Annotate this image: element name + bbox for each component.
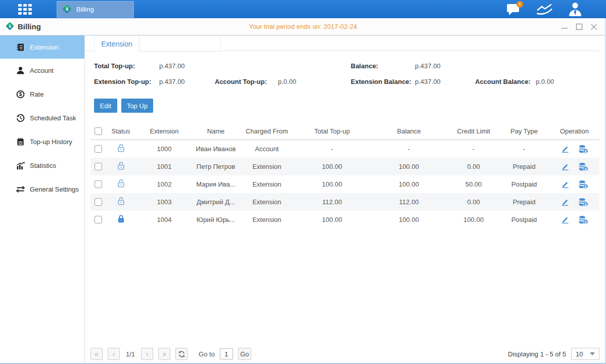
edit-icon[interactable]: [561, 180, 570, 189]
sidebar-item-general-settings[interactable]: General Settings: [0, 177, 84, 201]
locked-padlock-icon: [117, 214, 125, 225]
cell-charged-from: Extension: [239, 180, 295, 188]
status-cell: [106, 214, 136, 225]
total-topup-value: p.437.00: [159, 62, 185, 70]
last-page-button[interactable]: »: [158, 348, 170, 360]
chevron-down-icon: [590, 352, 595, 355]
close-icon[interactable]: [590, 23, 598, 31]
cell-balance: 112.00: [369, 198, 448, 206]
topup-icon[interactable]: $: [578, 198, 588, 207]
cell-name: Дмитрий Д...: [193, 198, 239, 206]
go-button[interactable]: Go: [238, 348, 251, 360]
sidebar-item-top-up-history[interactable]: Top-up History: [0, 130, 84, 154]
status-cell: [106, 197, 136, 207]
maximize-icon[interactable]: [575, 23, 583, 31]
tab-strip-spacer: [139, 36, 221, 52]
main-content: Extension Total Top-up: p.437.00 Balance…: [85, 35, 606, 363]
topup-icon[interactable]: $: [578, 145, 588, 154]
row-checkbox[interactable]: [95, 145, 102, 153]
balance-value: p.437.00: [415, 62, 441, 70]
sidebar-item-label: Scheduled Task: [30, 114, 76, 122]
checkbox-cell: [90, 145, 106, 153]
table-row: 1004Юрий Юрь...Extension100.00100.00100.…: [90, 211, 599, 229]
sidebar-item-statistics[interactable]: Statistics: [0, 154, 84, 177]
refresh-icon: [178, 350, 185, 358]
topup-icon[interactable]: $: [578, 180, 588, 189]
sidebar-item-rate[interactable]: $Rate: [0, 82, 84, 106]
topup-icon[interactable]: $: [578, 162, 588, 171]
notepad-icon: [16, 138, 25, 146]
edit-button[interactable]: Edit: [94, 99, 117, 113]
cell-name: Петр Петров: [193, 163, 239, 170]
next-page-button[interactable]: ›: [141, 348, 153, 360]
operation-cell: $: [549, 145, 599, 154]
taskbar-tab-label: Billing: [76, 6, 94, 13]
page-size-select[interactable]: 10: [571, 348, 599, 360]
row-checkbox[interactable]: [95, 180, 102, 188]
cell-credit-limit: 0.00: [448, 198, 499, 206]
user-account-button[interactable]: [567, 2, 584, 17]
cell-total-topup: 100.00: [295, 163, 369, 170]
table-row: 1001Петр ПетровExtension100.00100.000.00…: [90, 158, 599, 175]
prev-page-button[interactable]: ‹: [108, 348, 120, 360]
column-header: Balance: [369, 127, 448, 135]
refresh-button[interactable]: [175, 348, 188, 360]
sidebar: ExtensionAccount$RateScheduled TaskTop-u…: [0, 35, 85, 363]
row-checkbox[interactable]: [95, 163, 102, 170]
status-cell: [106, 179, 136, 190]
operation-cell: $: [549, 162, 599, 171]
sidebar-item-scheduled-task[interactable]: Scheduled Task: [0, 106, 84, 130]
cell-balance: 100.00: [369, 163, 448, 170]
displaying-text: Displaying 1 - 5 of 5: [508, 350, 566, 358]
cell-charged-from: Extension: [239, 216, 295, 223]
checkbox-cell: [90, 216, 106, 223]
row-checkbox[interactable]: [95, 216, 102, 223]
cell-extension: 1003: [136, 198, 193, 206]
cell-name: Юрий Юрь...: [193, 216, 239, 223]
resource-monitor-button[interactable]: [536, 2, 553, 17]
table-body: 1000Иван ИвановAccount----$1001Петр Петр…: [90, 140, 599, 229]
minimize-icon[interactable]: [561, 23, 569, 31]
select-all-checkbox[interactable]: [95, 127, 102, 135]
total-topup-label: Total Top-up:: [94, 62, 135, 70]
window-controls: [561, 18, 598, 35]
column-header: Charged From: [239, 127, 295, 135]
first-page-button[interactable]: «: [90, 348, 103, 360]
history-clock-icon: [16, 114, 25, 122]
svg-text:$: $: [19, 92, 22, 97]
top-up-button[interactable]: Top Up: [121, 99, 153, 113]
messages-button[interactable]: !: [505, 2, 522, 17]
edit-icon[interactable]: [561, 162, 570, 171]
cell-extension: 1002: [136, 180, 193, 188]
edit-icon[interactable]: [561, 215, 570, 224]
cell-balance: -: [369, 145, 448, 153]
sidebar-item-extension[interactable]: Extension: [0, 35, 84, 59]
goto-page-input[interactable]: [220, 348, 233, 359]
cell-extension: 1001: [136, 163, 193, 170]
edit-icon[interactable]: [561, 145, 570, 153]
svg-text:$: $: [585, 149, 587, 153]
taskbar-tab-billing[interactable]: $ Billing: [57, 1, 134, 18]
balance-summary: Total Top-up: p.437.00 Balance: p.437.00…: [85, 61, 606, 93]
sidebar-item-label: Top-up History: [30, 138, 72, 146]
tab-extension[interactable]: Extension: [94, 36, 139, 52]
checkbox-cell: [90, 198, 106, 206]
row-checkbox[interactable]: [95, 198, 102, 206]
page-indicator: 1/1: [126, 350, 135, 358]
goto-label: Go to: [199, 350, 215, 358]
column-header: Status: [106, 127, 136, 135]
operation-cell: $: [549, 198, 599, 207]
cell-credit-limit: 50.00: [448, 180, 499, 188]
unlocked-padlock-icon: [117, 144, 125, 154]
cell-balance: 100.00: [369, 216, 448, 223]
svg-text:$: $: [585, 202, 587, 206]
sidebar-item-label: General Settings: [30, 186, 79, 193]
topup-icon[interactable]: $: [578, 215, 588, 224]
apps-grid-icon[interactable]: [18, 4, 32, 15]
unlocked-padlock-icon: [117, 161, 125, 172]
sidebar-item-account[interactable]: Account: [0, 59, 84, 82]
sidebar-item-label: Rate: [30, 90, 43, 98]
cell-charged-from: Extension: [239, 198, 295, 206]
svg-text:$: $: [585, 185, 587, 189]
edit-icon[interactable]: [561, 198, 570, 206]
